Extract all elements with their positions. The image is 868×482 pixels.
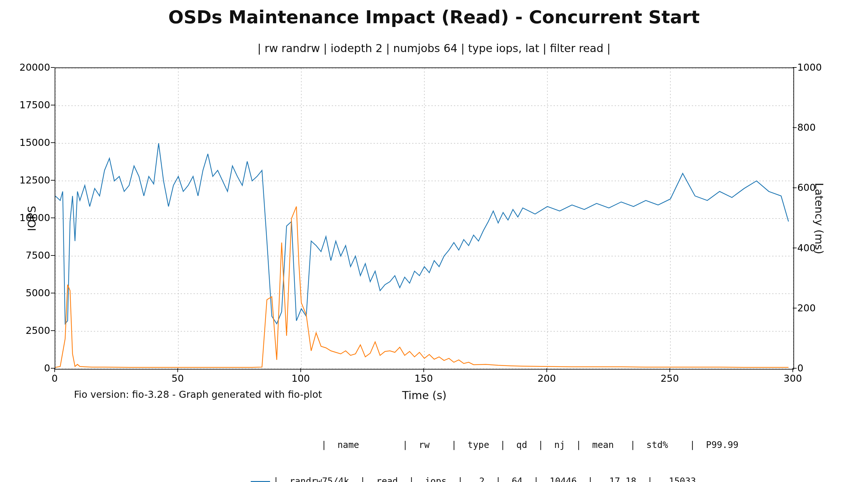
- page-subtitle: | rw randrw | iodepth 2 | numjobs 64 | t…: [0, 42, 868, 55]
- svg-text:0: 0: [52, 373, 58, 384]
- legend: | name | rw | type | qd | nj | mean | st…: [251, 415, 739, 482]
- svg-text:200: 200: [537, 373, 556, 384]
- svg-text:50: 50: [172, 373, 184, 384]
- svg-text:250: 250: [661, 373, 679, 384]
- chart-container: { "chart_data": { "type": "line", "title…: [0, 0, 868, 482]
- plot-svg: [55, 68, 794, 369]
- y-axis-label-right: Latency (ms): [783, 67, 855, 369]
- series-lat: [55, 206, 788, 367]
- series-iops: [55, 143, 788, 324]
- svg-text:0: 0: [44, 362, 50, 374]
- svg-text:100: 100: [291, 373, 310, 384]
- page-title: OSDs Maintenance Impact (Read) - Concurr…: [0, 6, 868, 27]
- plot-area: [55, 67, 794, 369]
- y-axis-label-left: IOPS: [19, 67, 45, 369]
- footer-note: Fio version: fio-3.28 - Graph generated …: [74, 389, 322, 400]
- legend-header: | name | rw | type | qd | nj | mean | st…: [251, 439, 739, 451]
- svg-text:150: 150: [414, 373, 433, 384]
- svg-text:300: 300: [783, 373, 802, 384]
- legend-row-iops: | randrw75/4k | read | iops | 2 | 64 | 1…: [251, 475, 739, 482]
